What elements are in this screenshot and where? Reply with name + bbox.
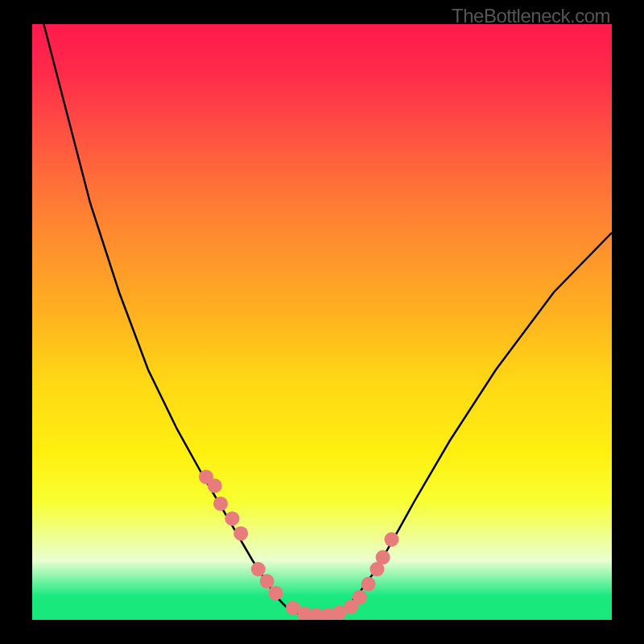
gpu-marker	[353, 590, 367, 605]
chart-container: TheBottleneck.com	[0, 0, 644, 644]
gpu-marker	[384, 532, 398, 547]
bottleneck-curve	[43, 24, 612, 617]
gpu-marker	[260, 574, 275, 588]
chart-svg	[32, 24, 612, 620]
gpu-marker	[233, 526, 248, 541]
gpu-marker	[213, 497, 228, 511]
gpu-marker	[361, 577, 376, 592]
gpu-marker	[376, 550, 390, 564]
curve-group	[43, 24, 612, 617]
gpu-marker	[208, 479, 222, 493]
attribution-text: TheBottleneck.com	[452, 5, 610, 27]
gpu-marker	[225, 511, 239, 526]
gpu-marker	[251, 562, 266, 576]
marker-group	[199, 469, 398, 620]
gpu-marker	[268, 586, 283, 601]
